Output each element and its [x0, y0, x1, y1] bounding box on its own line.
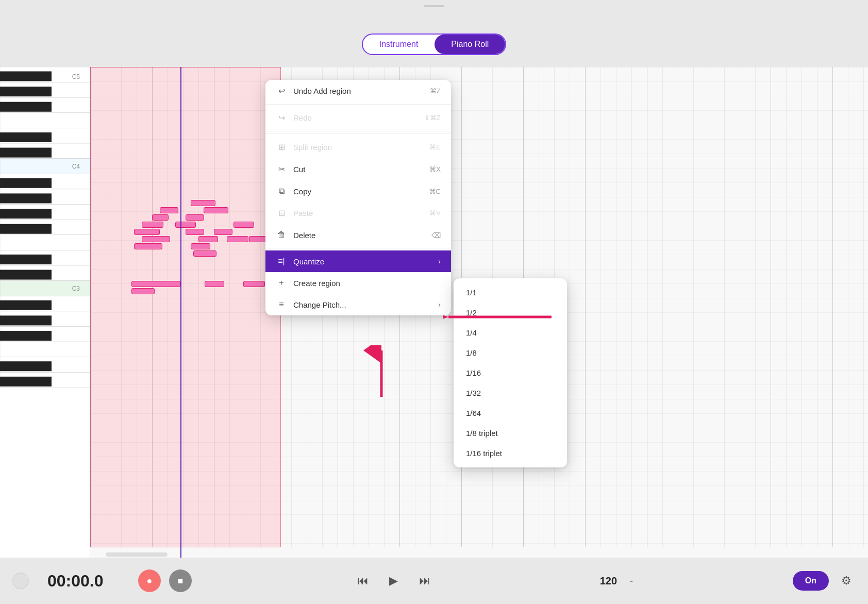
play-icon: ▶: [389, 574, 398, 588]
menu-item-paste: ⊡Paste⌘V: [265, 202, 451, 224]
menu-items: ↩Undo Add region⌘Z↪Redo⇧⌘Z⊞Split region⌘…: [265, 80, 451, 315]
record-button[interactable]: ●: [138, 569, 161, 592]
menu-arrow-quantize: ›: [438, 257, 441, 265]
menu-label-paste: Paste: [293, 209, 429, 217]
fast-forward-button[interactable]: ⏭: [413, 569, 436, 592]
menu-shortcut-redo: ⇧⌘Z: [424, 114, 441, 122]
menu-shortcut-cut: ⌘X: [429, 165, 441, 173]
note[interactable]: [186, 214, 204, 221]
note[interactable]: [233, 222, 254, 228]
note[interactable]: [160, 207, 178, 213]
note[interactable]: [191, 243, 210, 249]
volume-knob[interactable]: [12, 573, 29, 589]
menu-label-create: Create region: [293, 279, 441, 288]
divider-after-delete: [265, 248, 451, 248]
menu-shortcut-undo: ⌘Z: [430, 87, 441, 95]
stop-button[interactable]: ■: [169, 569, 192, 592]
menu-icon-quantize: ≡|: [276, 257, 287, 266]
menu-item-redo: ↪Redo⇧⌘Z: [265, 107, 451, 129]
play-button[interactable]: ▶: [382, 569, 405, 592]
divider-after-redo: [265, 131, 451, 131]
stop-icon: ■: [178, 576, 183, 586]
note[interactable]: [243, 281, 265, 287]
menu-item-cut[interactable]: ✂Cut⌘X: [265, 158, 451, 180]
horizontal-scrollbar[interactable]: [106, 552, 168, 557]
svg-rect-5: [0, 102, 52, 112]
menu-item-copy[interactable]: ⧉Copy⌘C: [265, 180, 451, 202]
svg-rect-33: [0, 331, 52, 341]
menu-icon-split: ⊞: [276, 142, 287, 152]
note[interactable]: [198, 236, 218, 242]
note[interactable]: [142, 222, 163, 228]
piano-roll-tab[interactable]: Piano Roll: [435, 35, 505, 54]
fast-forward-icon: ⏭: [419, 574, 430, 588]
menu-item-delete[interactable]: 🗑Delete⌫: [265, 224, 451, 246]
note[interactable]: [204, 207, 228, 213]
svg-rect-23: [0, 255, 52, 264]
svg-rect-1: [0, 71, 52, 81]
note[interactable]: [205, 281, 224, 287]
svg-rect-38: [0, 377, 52, 387]
menu-label-delete: Delete: [293, 231, 431, 240]
instrument-tab[interactable]: Instrument: [363, 35, 435, 54]
transport-bar: 00:00.0 ● ■ ⏮ ▶ ⏭ 120 - On ⚙: [0, 558, 868, 604]
menu-item-quantize[interactable]: ≡|Quantize›: [265, 250, 451, 272]
svg-rect-10: [0, 148, 52, 158]
svg-rect-34: [0, 342, 90, 357]
svg-rect-3: [0, 87, 52, 96]
submenu-item-q1_16t[interactable]: 1/16 triplet: [454, 443, 567, 463]
menu-icon-pitch: ≡: [276, 300, 287, 309]
menu-item-create[interactable]: +Create region: [265, 272, 451, 294]
note[interactable]: [152, 214, 169, 221]
submenu-item-q1_32[interactable]: 1/32: [454, 383, 567, 403]
menu-item-undo[interactable]: ↩Undo Add region⌘Z: [265, 80, 451, 102]
arrow-to-quantize: [356, 345, 407, 402]
svg-rect-25: [0, 270, 52, 279]
piano-svg: C4: [0, 67, 90, 558]
time-display: 00:00.0: [47, 572, 130, 591]
note[interactable]: [214, 229, 232, 235]
svg-rect-16: [0, 193, 52, 203]
svg-rect-8: [0, 132, 52, 142]
separator-display: -: [629, 575, 633, 587]
top-bar: Instrument Piano Roll: [0, 0, 868, 67]
note[interactable]: [175, 222, 196, 228]
svg-text:C5: C5: [72, 73, 80, 80]
submenu-item-q1_16[interactable]: 1/16: [454, 363, 567, 383]
menu-label-undo: Undo Add region: [293, 87, 430, 95]
note[interactable]: [142, 236, 170, 242]
menu-shortcut-split: ⌘E: [429, 143, 441, 151]
menu-item-pitch[interactable]: ≡Change Pitch...›: [265, 294, 451, 315]
note[interactable]: [186, 229, 204, 235]
piano-keyboard: C4: [0, 67, 90, 558]
svg-rect-6: [0, 113, 90, 128]
menu-icon-paste: ⊡: [276, 208, 287, 218]
menu-icon-redo: ↪: [276, 113, 287, 123]
note[interactable]: [131, 281, 180, 287]
piano-keys-container: C4: [0, 67, 90, 558]
svg-rect-31: [0, 315, 52, 325]
menu-icon-undo: ↩: [276, 86, 287, 96]
note[interactable]: [131, 288, 155, 294]
rewind-icon: ⏮: [357, 574, 369, 588]
submenu-item-q1_8t[interactable]: 1/8 triplet: [454, 423, 567, 443]
menu-icon-create: +: [276, 278, 287, 288]
on-button[interactable]: On: [793, 571, 829, 591]
svg-rect-20: [0, 224, 52, 234]
note[interactable]: [227, 236, 248, 242]
submenu-item-q1_8[interactable]: 1/8: [454, 343, 567, 363]
menu-arrow-pitch: ›: [438, 300, 441, 309]
tab-switcher: Instrument Piano Roll: [362, 33, 507, 55]
menu-icon-copy: ⧉: [276, 187, 287, 196]
settings-button[interactable]: ⚙: [837, 572, 856, 590]
menu-icon-cut: ✂: [276, 164, 287, 174]
note[interactable]: [193, 250, 216, 257]
note[interactable]: [134, 243, 162, 249]
menu-shortcut-delete: ⌫: [431, 231, 441, 239]
note[interactable]: [191, 200, 215, 206]
rewind-button[interactable]: ⏮: [352, 569, 374, 592]
submenu-item-q1_64[interactable]: 1/64: [454, 403, 567, 423]
menu-shortcut-paste: ⌘V: [429, 209, 441, 217]
note[interactable]: [134, 229, 160, 235]
menu-item-split: ⊞Split region⌘E: [265, 136, 451, 158]
